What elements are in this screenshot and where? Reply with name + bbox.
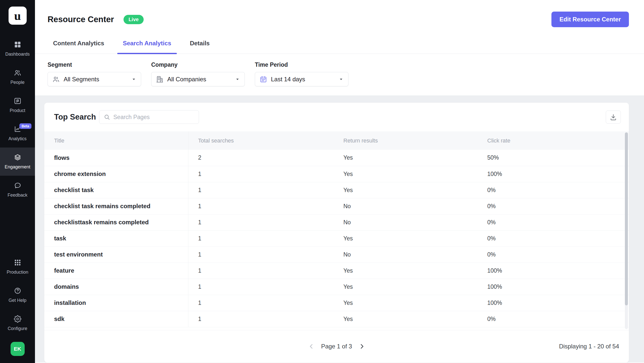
pagination-bar: Page 1 of 3 Displaying 1 - 20 of 54 xyxy=(44,330,629,362)
previous-page-button[interactable] xyxy=(307,342,316,351)
sidebar-item-get-help[interactable]: Get Help xyxy=(0,281,35,309)
next-page-button[interactable] xyxy=(357,342,367,351)
search-input[interactable] xyxy=(113,114,195,121)
return-results-cell: Yes xyxy=(334,279,477,295)
sidebar-item-label: Dashboards xyxy=(5,52,30,57)
download-button[interactable] xyxy=(606,111,621,124)
company-filter: Company All Companies xyxy=(151,61,245,86)
tab-search-analytics[interactable]: Search Analytics xyxy=(117,40,177,54)
total-searches-cell: 1 xyxy=(188,230,334,246)
sidebar-item-label: Get Help xyxy=(9,298,26,303)
sidebar: u Dashboards People Product Beta Ana xyxy=(0,0,35,363)
segment-dropdown[interactable]: All Segments xyxy=(48,72,141,86)
return-results-cell: Yes xyxy=(334,263,477,279)
edit-resource-center-button[interactable]: Edit Resource Center xyxy=(551,12,629,27)
configure-gear-icon xyxy=(14,315,21,324)
total-searches-cell: 2 xyxy=(188,150,334,166)
company-dropdown[interactable]: All Companies xyxy=(151,72,245,86)
time-period-dropdown-value: Last 14 days xyxy=(271,76,305,83)
time-period-filter: Time Period Last 14 days xyxy=(255,61,348,86)
dashboards-icon xyxy=(14,41,21,49)
return-results-cell: No xyxy=(334,198,477,214)
table-row[interactable]: task 1 Yes 0% xyxy=(44,230,629,246)
table-row[interactable]: domains 1 Yes 100% xyxy=(44,279,629,295)
total-searches-cell: 1 xyxy=(188,263,334,279)
displaying-count: Displaying 1 - 20 of 54 xyxy=(559,343,619,350)
click-rate-cell: 0% xyxy=(477,311,629,327)
production-icon xyxy=(14,259,21,267)
return-results-cell: Yes xyxy=(334,150,477,166)
table-row[interactable]: chrome extension 1 Yes 100% xyxy=(44,166,629,182)
chevron-down-icon xyxy=(131,77,136,82)
sidebar-nav: Dashboards People Product Beta Analytics xyxy=(0,35,35,204)
time-period-dropdown[interactable]: Last 14 days xyxy=(255,72,348,86)
sidebar-item-feedback[interactable]: Feedback xyxy=(0,176,35,204)
table-row[interactable]: installation 1 Yes 100% xyxy=(44,295,629,311)
sidebar-item-production[interactable]: Production xyxy=(0,253,35,281)
sidebar-item-label: Production xyxy=(7,270,28,275)
sidebar-item-label: Product xyxy=(10,108,25,113)
feedback-icon xyxy=(14,182,21,190)
search-term-cell: installation xyxy=(44,295,188,311)
column-header-return-results[interactable]: Return results xyxy=(334,131,477,150)
product-icon xyxy=(14,97,21,106)
table-row[interactable]: sdk 1 Yes 0% xyxy=(44,311,629,327)
search-term-cell: flows xyxy=(44,150,188,166)
top-search-table: Title Total searches Return results Clic… xyxy=(44,131,629,327)
click-rate-cell: 0% xyxy=(477,230,629,246)
return-results-cell: Yes xyxy=(334,182,477,198)
click-rate-cell: 100% xyxy=(477,263,629,279)
return-results-cell: Yes xyxy=(334,311,477,327)
page-navigation: Page 1 of 3 xyxy=(307,342,367,351)
user-avatar[interactable]: EK xyxy=(11,342,25,356)
page-header: Resource Center Live Edit Resource Cente… xyxy=(35,0,644,54)
segment-filter: Segment All Segments xyxy=(48,61,141,86)
table-row[interactable]: flows 2 Yes 50% xyxy=(44,150,629,166)
table-row[interactable]: checklist task 1 Yes 0% xyxy=(44,182,629,198)
table-scrollbar-thumb[interactable] xyxy=(625,132,628,305)
click-rate-cell: 50% xyxy=(477,150,629,166)
sidebar-item-dashboards[interactable]: Dashboards xyxy=(0,35,35,63)
total-searches-cell: 1 xyxy=(188,279,334,295)
sidebar-item-people[interactable]: People xyxy=(0,63,35,91)
table-row[interactable]: feature 1 Yes 100% xyxy=(44,263,629,279)
search-term-cell: task xyxy=(44,230,188,246)
filter-bar: Segment All Segments Company All Compani… xyxy=(35,54,644,95)
click-rate-cell: 100% xyxy=(477,166,629,182)
sidebar-item-configure[interactable]: Configure xyxy=(0,309,35,337)
chevron-down-icon xyxy=(235,77,240,82)
segment-filter-label: Segment xyxy=(48,61,141,68)
table-row[interactable]: checklist task remains completed 1 No 0% xyxy=(44,198,629,214)
table-row[interactable]: checklisttask remains completed 1 No 0% xyxy=(44,214,629,230)
page-content: Top Search xyxy=(35,95,644,362)
search-icon xyxy=(103,114,110,121)
total-searches-cell: 1 xyxy=(188,214,334,230)
time-period-filter-label: Time Period xyxy=(255,61,348,68)
chevron-right-icon xyxy=(358,343,366,350)
return-results-cell: Yes xyxy=(334,230,477,246)
table-row[interactable]: test environment 1 No 0% xyxy=(44,246,629,263)
column-header-click-rate[interactable]: Click rate xyxy=(477,131,629,150)
column-header-total-searches[interactable]: Total searches xyxy=(188,131,334,150)
search-term-cell: checklisttask remains completed xyxy=(44,214,188,230)
card-title: Top Search xyxy=(54,113,96,122)
total-searches-cell: 1 xyxy=(188,311,334,327)
total-searches-cell: 1 xyxy=(188,198,334,214)
click-rate-cell: 0% xyxy=(477,214,629,230)
tab-content-analytics[interactable]: Content Analytics xyxy=(48,40,110,54)
search-box xyxy=(99,110,199,124)
sidebar-item-product[interactable]: Product xyxy=(0,91,35,119)
total-searches-cell: 1 xyxy=(188,246,334,263)
tab-details[interactable]: Details xyxy=(184,40,215,54)
column-header-title[interactable]: Title xyxy=(44,131,188,150)
sidebar-item-analytics[interactable]: Beta Analytics xyxy=(0,119,35,148)
sidebar-item-engagement[interactable]: Engagement xyxy=(0,148,35,176)
search-term-cell: test environment xyxy=(44,246,188,263)
segments-icon xyxy=(52,76,60,83)
card-header: Top Search xyxy=(44,103,629,131)
page-title: Resource Center xyxy=(48,15,114,24)
top-search-card: Top Search xyxy=(44,103,629,362)
calendar-icon xyxy=(260,76,267,83)
table-area: Title Total searches Return results Clic… xyxy=(44,131,629,330)
app-logo[interactable]: u xyxy=(9,7,27,25)
